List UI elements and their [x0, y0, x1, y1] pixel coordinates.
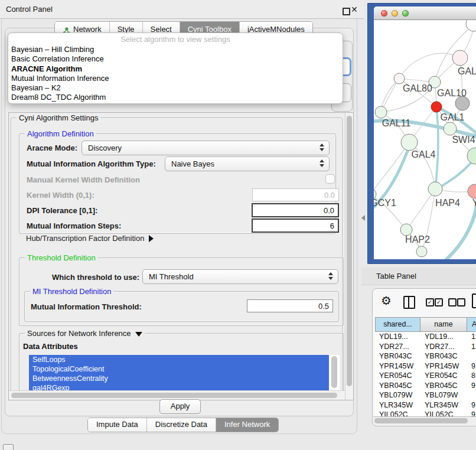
network-icon — [63, 25, 70, 33]
mi-threshold-label: Mutual Information Threshold: — [31, 302, 142, 311]
node-swi4 — [467, 148, 476, 164]
table-panel-titlebar: Table Panel — [361, 268, 476, 285]
cyni-settings-scrollpane: Cyni Algorithm Settings Algorithm Defini… — [8, 112, 354, 400]
list-item[interactable]: BetweennessCentrality — [29, 374, 329, 383]
tab-infer-network[interactable]: Infer Network — [216, 418, 278, 432]
stepper-arrows-icon — [319, 159, 324, 167]
close-traffic-light[interactable] — [382, 11, 387, 16]
manual-kernel-width-checkbox[interactable] — [325, 174, 335, 184]
column-header-shared-name[interactable]: shared... — [375, 317, 420, 332]
menu-item[interactable]: Mutual Information Inference — [8, 74, 343, 83]
column-header-name[interactable]: name — [420, 317, 467, 332]
table-row[interactable]: YLR345W YLR345W 9. — [375, 400, 476, 410]
page-icon[interactable] — [472, 294, 476, 308]
close-icon[interactable]: ✕ — [351, 5, 358, 14]
dropdown-placeholder: Select algorithm to view settings — [8, 34, 343, 45]
network-window-titlebar[interactable] — [374, 6, 476, 20]
mi-steps-label: Mutual Information Steps: — [27, 221, 121, 230]
group-title: MI Threshold Definition — [30, 287, 113, 296]
node-hap4 — [428, 182, 442, 196]
table-horizontal-scrollbar[interactable] — [373, 416, 476, 425]
node — [416, 246, 427, 257]
unchecked-checkbox-icon[interactable] — [457, 298, 465, 306]
table-row[interactable]: YDL19... YDL19... 13 — [375, 332, 476, 342]
table-header: shared... name A — [375, 317, 476, 332]
panel-title: Control Panel — [6, 5, 53, 14]
network-canvas[interactable]: GAL GAL80 GAL10 GAL1 GAL11 SWI4 GAL4 GCY… — [374, 20, 476, 259]
aracne-mode-label: Aracne Mode: — [27, 144, 77, 152]
columns-icon[interactable] — [403, 296, 415, 309]
settings-horizontal-scrollbar[interactable] — [9, 390, 345, 400]
settings-vertical-scrollbar[interactable] — [345, 113, 353, 400]
table-row-partial[interactable]: YIL052C YIL052C 9. — [375, 410, 476, 416]
mi-threshold-definition-group: MI Threshold Definition Mutual Informati… — [24, 291, 339, 322]
stepper-arrows-icon — [319, 144, 324, 151]
column-header-partial[interactable]: A — [467, 317, 476, 332]
table-body: YDL19... YDL19... 13 YDR27... YDR27... 1… — [375, 332, 476, 416]
table-panel: ⚙ ✓ ✓ shared... name A YDL19... YDL19...… — [372, 288, 476, 426]
data-attributes-label: Data Attributes — [23, 342, 78, 351]
node-label: GAL4 — [412, 149, 436, 159]
table-panel-title: Table Panel — [376, 272, 416, 281]
hub-transcription-factor-toggle[interactable]: Hub/Transcription Factor Definition — [26, 234, 154, 243]
list-scrollbar[interactable] — [331, 356, 337, 388]
list-item[interactable]: gal4RGexp — [29, 383, 329, 390]
algorithm-definition-group: Algorithm Definition Aracne Mode: Discov… — [19, 133, 336, 234]
kernel-width-label: Kernel Width (0,1): — [27, 191, 94, 200]
node-salmon — [468, 184, 476, 198]
network-view-frame: GAL GAL80 GAL10 GAL1 GAL11 SWI4 GAL4 GCY… — [367, 3, 476, 264]
app-root: Control Panel ✕ Network Style Select Cyn… — [0, 0, 476, 450]
table-row[interactable]: YER054C YER054C 8. — [375, 371, 476, 381]
minimize-traffic-light[interactable] — [392, 11, 397, 16]
menu-item[interactable]: Bayesian – Hill Climbing — [8, 45, 343, 54]
dpi-tolerance-field[interactable] — [252, 203, 339, 217]
table-row[interactable]: YPR145W YPR145W 9. — [375, 361, 476, 371]
list-item[interactable]: SelfLoops — [29, 355, 329, 364]
node-gal11 — [375, 106, 387, 118]
zoom-traffic-light[interactable] — [403, 11, 408, 16]
tab-discretize-data[interactable]: Discretize Data — [146, 418, 216, 432]
node — [466, 20, 476, 31]
apply-button[interactable]: Apply — [159, 399, 201, 414]
data-attributes-list[interactable]: SelfLoops TopologicalCoefficient Between… — [29, 355, 340, 390]
mi-algorithm-type-label: Mutual Information Algorithm Type: — [27, 159, 156, 168]
menu-item[interactable]: Basic Correlation Inference — [8, 54, 343, 64]
checked-checkbox-icon[interactable]: ✓ — [426, 298, 434, 306]
node-label: SWI4 — [452, 135, 475, 145]
node-gal2 — [452, 50, 468, 66]
gear-icon[interactable]: ⚙ — [381, 294, 392, 308]
float-window-icon[interactable] — [343, 8, 350, 15]
node-label: HAP4 — [435, 198, 460, 208]
node-gal4 — [401, 134, 418, 151]
menu-item[interactable]: Bayesian – K2 — [8, 83, 343, 93]
kernel-width-field[interactable] — [252, 188, 339, 201]
table-row[interactable]: YBR045C YBR045C 9. — [375, 381, 476, 391]
tab-impute-data[interactable]: Impute Data — [88, 418, 146, 432]
node-hap2 — [400, 224, 412, 236]
node-label: GAL10 — [437, 88, 467, 98]
which-threshold-label: Which threshold to use: — [52, 273, 139, 282]
group-title: Threshold Definition — [25, 253, 98, 262]
menu-item-selected[interactable]: ARACNE Algorithm — [8, 64, 343, 74]
dpi-tolerance-label: DPI Tolerance [0,1]: — [27, 206, 97, 215]
aracne-mode-combobox[interactable]: Discovery — [81, 141, 330, 155]
node — [444, 122, 457, 135]
manual-kernel-width-label: Manual Kernel Width Definition — [27, 175, 140, 184]
list-item[interactable]: TopologicalCoefficient — [29, 364, 329, 374]
table-row[interactable]: YBR043C YBR043C — [375, 351, 476, 361]
mi-threshold-field[interactable] — [247, 299, 333, 312]
mi-algorithm-type-combobox[interactable]: Naive Bayes — [165, 156, 330, 171]
table-row[interactable]: YBL079W YBL079W — [375, 390, 476, 400]
which-threshold-combobox[interactable]: MI Threshold — [142, 269, 338, 284]
table-row[interactable]: YDR27... YDR27... 12 — [375, 342, 476, 352]
unchecked-checkbox-icon[interactable] — [448, 298, 457, 306]
menu-item[interactable]: Dream8 DC_TDC Algorithm — [8, 93, 343, 102]
node-gal80 — [394, 73, 405, 84]
sources-toggle[interactable]: Sources for Network Inference — [25, 329, 145, 338]
bottom-tab-bar: Impute Data Discretize Data Infer Networ… — [87, 418, 279, 432]
bottom-left-icon[interactable] — [3, 444, 14, 450]
panel-divider-gripper[interactable] — [361, 215, 365, 221]
node-label: GAL80 — [403, 83, 432, 93]
checked-checkbox-icon[interactable]: ✓ — [435, 298, 443, 306]
mi-steps-field[interactable] — [252, 219, 339, 233]
